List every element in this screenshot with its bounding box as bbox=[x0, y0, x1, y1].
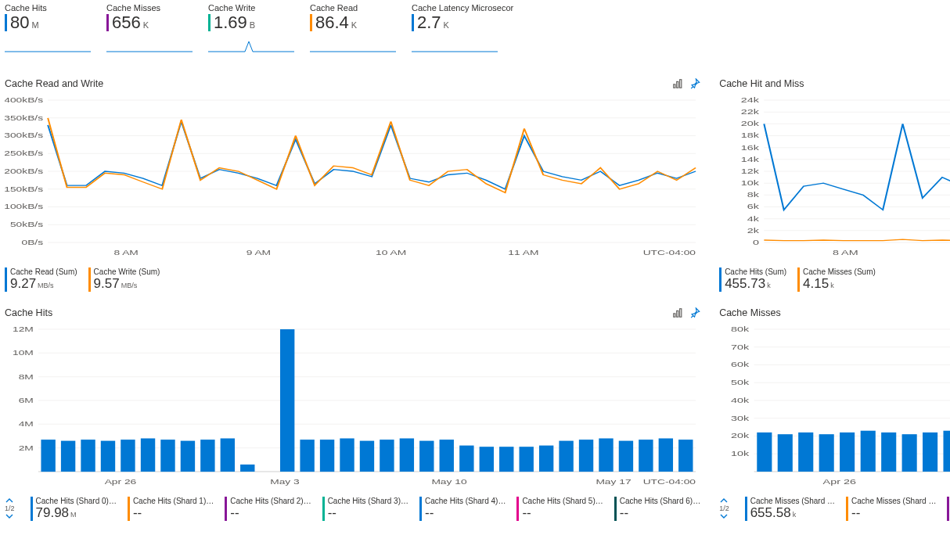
svg-text:24k: 24k bbox=[741, 96, 759, 105]
legend-label: Cache Hits (Shard 6)… bbox=[620, 497, 700, 505]
svg-text:UTC-04:00: UTC-04:00 bbox=[643, 249, 696, 257]
chart-title: Cache Hit and Miss bbox=[719, 78, 804, 89]
legend-item[interactable]: Cache Misses (Shard …-- bbox=[947, 497, 950, 521]
svg-rect-107 bbox=[678, 440, 693, 472]
svg-rect-77 bbox=[61, 441, 75, 472]
legend-item[interactable]: Cache Misses (Sum)4.15k bbox=[797, 267, 876, 292]
svg-rect-142 bbox=[944, 431, 950, 472]
legend-value: -- bbox=[620, 505, 700, 521]
svg-rect-102 bbox=[579, 440, 593, 472]
legend-item[interactable]: Cache Hits (Shard 6)…-- bbox=[614, 497, 700, 521]
svg-rect-62 bbox=[680, 309, 682, 318]
legend-row: 1/2Cache Misses (Shard …655.58kCache Mis… bbox=[719, 497, 950, 521]
svg-rect-140 bbox=[902, 434, 917, 472]
svg-text:200kB/s: 200kB/s bbox=[5, 167, 43, 175]
svg-text:250kB/s: 250kB/s bbox=[5, 149, 43, 157]
legend-item[interactable]: Cache Hits (Sum)455.73k bbox=[719, 267, 786, 292]
sparkline bbox=[310, 36, 396, 63]
legend-accent-bar bbox=[5, 267, 7, 292]
legend-item[interactable]: Cache Hits (Shard 2)…-- bbox=[225, 497, 311, 521]
svg-text:8M: 8M bbox=[19, 372, 34, 380]
legend-label: Cache Read (Sum) bbox=[10, 267, 77, 276]
kpi-accent-bar bbox=[310, 14, 312, 31]
svg-text:20k: 20k bbox=[741, 120, 759, 128]
svg-text:6M: 6M bbox=[19, 397, 34, 404]
kpi-title: Cache Write bbox=[208, 3, 294, 13]
svg-text:150kB/s: 150kB/s bbox=[5, 185, 43, 192]
legend-label: Cache Hits (Shard 4)… bbox=[425, 497, 506, 505]
barchart-icon[interactable] bbox=[672, 307, 683, 318]
chart-plot[interactable]: 2M4M6M8M10M12MApr 26May 3May 10May 17UTC… bbox=[5, 325, 700, 490]
pin-icon[interactable] bbox=[689, 307, 700, 318]
legend-accent-bar bbox=[797, 267, 800, 292]
legend-pager[interactable]: 1/2 bbox=[719, 497, 729, 521]
legend-value: -- bbox=[851, 505, 936, 521]
kpi-cache-write[interactable]: Cache Write1.69B bbox=[208, 3, 294, 63]
svg-rect-61 bbox=[677, 311, 678, 317]
svg-text:300kB/s: 300kB/s bbox=[5, 131, 43, 139]
svg-rect-139 bbox=[881, 433, 896, 472]
legend-label: Cache Hits (Shard 3)… bbox=[328, 497, 408, 505]
chart-plot[interactable]: 02k4k6k8k10k12k14k16k18k20k22k24k8 AM9 A… bbox=[719, 95, 950, 261]
svg-text:UTC-04:00: UTC-04:00 bbox=[643, 478, 696, 486]
pin-icon[interactable] bbox=[689, 78, 700, 89]
svg-text:70k: 70k bbox=[731, 343, 749, 351]
svg-text:40k: 40k bbox=[731, 397, 749, 405]
svg-text:80k: 80k bbox=[731, 325, 749, 334]
legend-item[interactable]: Cache Misses (Shard …-- bbox=[846, 497, 936, 521]
svg-rect-82 bbox=[160, 440, 175, 472]
legend-accent-bar bbox=[516, 497, 519, 521]
svg-rect-136 bbox=[819, 434, 834, 472]
legend-pager[interactable]: 1/2 bbox=[5, 497, 15, 521]
svg-rect-106 bbox=[659, 439, 673, 472]
svg-text:12k: 12k bbox=[741, 167, 759, 176]
svg-text:8 AM: 8 AM bbox=[833, 249, 858, 257]
kpi-title: Cache Latency Microsecor bbox=[412, 3, 498, 13]
legend-item[interactable]: Cache Write (Sum)9.57MB/s bbox=[88, 267, 160, 292]
legend-accent-bar bbox=[88, 267, 91, 292]
svg-rect-90 bbox=[340, 439, 354, 472]
svg-rect-103 bbox=[599, 439, 613, 472]
legend-label: Cache Hits (Shard 2)… bbox=[230, 497, 311, 505]
legend-item[interactable]: Cache Hits (Shard 0)…79.98M bbox=[31, 497, 117, 521]
legend-accent-bar bbox=[947, 497, 949, 521]
chart-plot[interactable]: 10k20k30k40k50k60k70k80kApr 26May 3May 1… bbox=[719, 325, 950, 490]
kpi-cache-hits[interactable]: Cache Hits80M bbox=[5, 3, 91, 63]
legend-item[interactable]: Cache Misses (Shard …655.58k bbox=[745, 497, 835, 521]
svg-rect-89 bbox=[320, 440, 334, 472]
legend-item[interactable]: Cache Read (Sum)9.27MB/s bbox=[5, 267, 77, 292]
legend-value: 4.15k bbox=[803, 276, 876, 292]
kpi-cache-latency[interactable]: Cache Latency Microsecor2.7K bbox=[412, 3, 498, 63]
svg-rect-2 bbox=[680, 80, 682, 88]
svg-rect-79 bbox=[101, 441, 115, 472]
svg-text:10k: 10k bbox=[741, 179, 759, 188]
svg-rect-141 bbox=[923, 433, 937, 472]
kpi-cache-read[interactable]: Cache Read86.4K bbox=[310, 3, 396, 63]
kpi-title: Cache Read bbox=[310, 3, 396, 13]
svg-rect-85 bbox=[221, 439, 235, 472]
sparkline bbox=[5, 36, 91, 63]
legend-item[interactable]: Cache Hits (Shard 5)…-- bbox=[516, 497, 603, 521]
legend-accent-bar bbox=[419, 497, 422, 521]
chart-card-cache-misses-bar: Cache Misses10k20k30k40k50k60k70k80kApr … bbox=[719, 307, 950, 521]
sparkline bbox=[208, 36, 294, 63]
chart-title: Cache Misses bbox=[719, 307, 781, 318]
kpi-cache-misses[interactable]: Cache Misses656K bbox=[106, 3, 193, 63]
legend-row: Cache Hits (Sum)455.73kCache Misses (Sum… bbox=[719, 267, 950, 292]
kpi-value: 2.7K bbox=[417, 14, 449, 31]
chart-grid: Cache Read and Write0B/s50kB/s100kB/s150… bbox=[5, 78, 945, 521]
svg-text:4k: 4k bbox=[747, 214, 759, 223]
svg-text:2k: 2k bbox=[747, 227, 759, 235]
kpi-accent-bar bbox=[5, 14, 7, 31]
legend-accent-bar bbox=[614, 497, 617, 521]
chart-title: Cache Hits bbox=[5, 307, 52, 318]
legend-item[interactable]: Cache Hits (Shard 1)…-- bbox=[128, 497, 214, 521]
barchart-icon[interactable] bbox=[672, 78, 683, 89]
legend-value: -- bbox=[133, 505, 214, 521]
svg-text:14k: 14k bbox=[741, 156, 759, 164]
svg-rect-133 bbox=[757, 433, 772, 472]
chart-plot[interactable]: 0B/s50kB/s100kB/s150kB/s200kB/s250kB/s30… bbox=[5, 95, 700, 261]
svg-text:30k: 30k bbox=[731, 414, 749, 422]
legend-item[interactable]: Cache Hits (Shard 3)…-- bbox=[322, 497, 408, 521]
legend-item[interactable]: Cache Hits (Shard 4)…-- bbox=[419, 497, 506, 521]
